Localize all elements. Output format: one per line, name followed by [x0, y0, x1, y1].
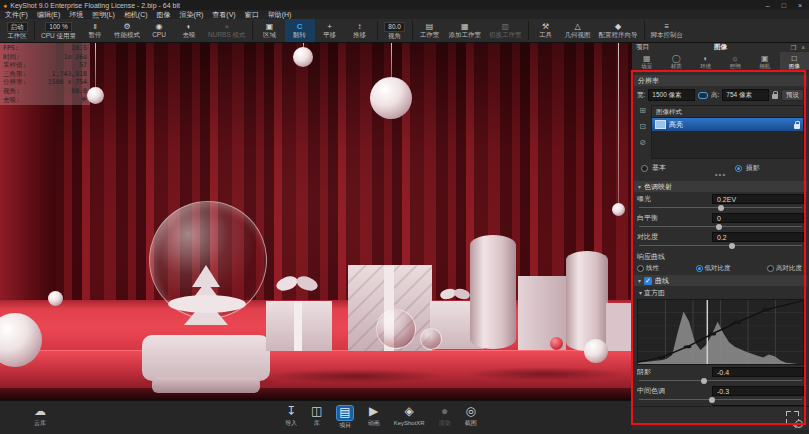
script-console-button[interactable]: ≡ 脚本控制台	[647, 19, 688, 42]
region-zoom-icon[interactable]	[786, 411, 799, 424]
low-contrast-radio[interactable]	[696, 265, 703, 272]
animation-button[interactable]: ▶ 动画	[368, 405, 380, 428]
midtones-value-field[interactable]: -0.3	[712, 386, 804, 396]
tab-lighting[interactable]: ☼ 照明	[721, 52, 751, 70]
undock-icon[interactable]: ❐	[790, 44, 796, 52]
white-balance-slider[interactable]	[639, 223, 802, 230]
menu-window[interactable]: 窗口	[245, 10, 259, 20]
menu-edit[interactable]: 编辑(E)	[37, 10, 60, 20]
add-studio-button[interactable]: ▦ 添加工作室	[445, 19, 486, 42]
histogram-chart[interactable]	[638, 300, 803, 364]
tab-image[interactable]: □ 图像	[780, 52, 809, 70]
mode-photographic-radio[interactable]	[735, 165, 742, 172]
menu-file[interactable]: 文件(F)	[5, 10, 28, 20]
cloud-library-button[interactable]: ☁ 云库	[34, 405, 46, 426]
pause-button[interactable]: ‖ 暂停	[80, 19, 110, 42]
slider-knob[interactable]	[729, 243, 735, 249]
menu-lighting[interactable]: 照明(L)	[92, 10, 115, 20]
response-high-contrast-option[interactable]: 高对比度	[767, 264, 802, 273]
tab-scene[interactable]: ▦ 场景	[632, 52, 662, 70]
fov-control[interactable]: 80.0 视角	[380, 19, 410, 42]
menu-help[interactable]: 帮助(H)	[268, 10, 292, 20]
tab-material[interactable]: ◯ 材质	[662, 52, 692, 70]
high-contrast-radio[interactable]	[767, 265, 774, 272]
fov-value-field[interactable]: 80.0	[384, 22, 405, 32]
shadows-slider[interactable]	[639, 377, 802, 384]
link-aspect-icon[interactable]	[698, 92, 708, 99]
splitter-handle[interactable]: •••	[637, 173, 804, 179]
workspace-dropdown[interactable]: 启动	[7, 22, 28, 32]
menu-image[interactable]: 图像	[157, 10, 171, 20]
hud-resolution-value: 1500 x 754	[48, 78, 87, 87]
mode-basic-radio[interactable]	[641, 165, 648, 172]
exposure-slider[interactable]	[639, 204, 802, 211]
app-icon: ●	[3, 2, 7, 9]
contrast-label: 对比度	[637, 232, 658, 242]
image-style-item-selected[interactable]: 高亮	[652, 118, 803, 131]
tone-mapping-section-header[interactable]: ▾ 色调映射	[634, 181, 807, 192]
histogram-label[interactable]: ▾ 直方图	[639, 288, 804, 298]
exposure-value-field[interactable]: 0.2EV	[712, 194, 804, 204]
denoise-button[interactable]: ◐ 去噪	[174, 19, 204, 42]
maximize-button[interactable]: □	[782, 2, 786, 9]
cpu-button[interactable]: ◉ CPU	[144, 19, 174, 42]
project-button[interactable]: ▤ 项目	[336, 405, 353, 428]
panel-close-icon[interactable]: ×	[801, 44, 805, 52]
menu-render[interactable]: 渲染(R)	[180, 10, 204, 20]
library-button[interactable]: ◫ 库	[311, 405, 322, 428]
curve-section-header[interactable]: ▾ ✓ 曲线	[634, 275, 807, 286]
keyshotxr-button[interactable]: ◈ KeyShotXR	[394, 405, 425, 428]
slider-knob[interactable]	[716, 224, 722, 230]
pan-button[interactable]: + 平移	[315, 19, 345, 42]
mode-basic-label[interactable]: 基本	[652, 163, 666, 173]
menu-environment[interactable]: 环境	[69, 10, 83, 20]
menu-view[interactable]: 查看(V)	[212, 10, 235, 20]
slider-knob[interactable]	[701, 378, 707, 384]
tab-environment[interactable]: ◐ 环境	[691, 52, 721, 70]
delete-style-icon[interactable]: ⊘	[639, 138, 646, 147]
slider-knob[interactable]	[709, 397, 715, 403]
preset-button[interactable]: 预设	[781, 89, 804, 101]
screenshot-button[interactable]: ◎ 截图	[465, 405, 477, 428]
contrast-slider[interactable]	[639, 242, 802, 249]
slider-knob[interactable]	[718, 205, 724, 211]
style-lock-icon[interactable]	[794, 124, 800, 129]
image-style-list[interactable]: 图像样式 高亮	[651, 105, 804, 159]
resolution-section-header[interactable]: 分辨率	[634, 75, 807, 86]
histogram-curve-editor[interactable]	[637, 299, 804, 365]
cpu-usage-button[interactable]: 100 % CPU 使用量	[37, 19, 80, 42]
minimize-button[interactable]: –	[766, 2, 770, 9]
tools-button[interactable]: ⚒ 工具	[531, 19, 561, 42]
dolly-button[interactable]: ↕ 推移	[345, 19, 375, 42]
menu-camera[interactable]: 相机(C)	[124, 10, 148, 20]
performance-mode-button[interactable]: ⚙ 性能模式	[110, 19, 144, 42]
realtime-viewport[interactable]: FPS:10.5 时间:1m 26s 采样值:57 三角形:1,743,918 …	[0, 43, 632, 400]
cpu-usage-dropdown[interactable]: 100 %	[45, 22, 71, 32]
duplicate-style-icon[interactable]: ⊡	[639, 122, 646, 131]
add-style-icon[interactable]: ⊞	[639, 106, 646, 115]
configurator-wizard-button[interactable]: ◆ 配置程序向导	[595, 19, 642, 42]
studio-button[interactable]: ▤ 工作室	[415, 19, 445, 42]
linear-radio[interactable]	[637, 265, 644, 272]
close-button[interactable]: ×	[798, 2, 802, 9]
curve-checkbox[interactable]: ✓	[644, 277, 652, 285]
hud-samples-value: 57	[79, 61, 87, 70]
tumble-button[interactable]: C 翻转	[285, 19, 315, 42]
width-field[interactable]: 1500 像素	[648, 89, 695, 101]
height-field[interactable]: 754 像素	[722, 89, 769, 101]
import-button[interactable]: ↧ 导入	[285, 405, 297, 428]
response-linear-option[interactable]: 线性	[637, 264, 659, 273]
resolution-lock-icon[interactable]	[772, 94, 778, 99]
region-button[interactable]: ▣ 区域	[255, 19, 285, 42]
tab-camera[interactable]: ▣ 相机	[750, 52, 780, 70]
workspace-button[interactable]: 启动 工作区	[2, 19, 32, 42]
geometry-view-button[interactable]: △ 几何视图	[561, 19, 595, 42]
midtones-slider[interactable]	[639, 396, 802, 403]
shadows-value-field[interactable]: -0.4	[712, 367, 804, 377]
response-low-contrast-option[interactable]: 低对比度	[696, 264, 731, 273]
white-balance-value-field[interactable]: 0	[712, 213, 804, 223]
mode-photographic-label[interactable]: 摄影	[746, 163, 760, 173]
cylinder	[566, 251, 608, 351]
studio-icon: ▤	[426, 22, 434, 31]
contrast-value-field[interactable]: 0.2	[712, 232, 804, 242]
